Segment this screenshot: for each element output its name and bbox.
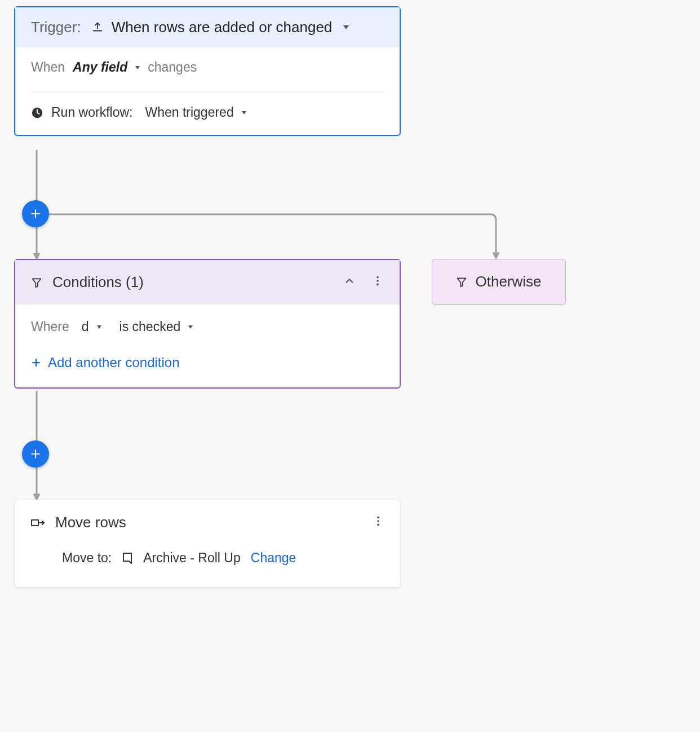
when-label: When (31, 60, 65, 75)
svg-point-23 (377, 524, 379, 526)
when-verb: changes (148, 60, 197, 75)
more-options-button[interactable] (371, 274, 384, 291)
svg-marker-12 (33, 279, 41, 287)
otherwise-card[interactable]: Otherwise (432, 259, 566, 305)
rows-changed-icon (91, 21, 104, 34)
trigger-label: Trigger: (31, 19, 81, 36)
conditions-card[interactable]: Conditions (1) Where d (14, 259, 401, 389)
where-field-selector[interactable]: d (82, 319, 101, 334)
chevron-down-icon (242, 111, 246, 114)
more-vertical-icon (371, 275, 384, 287)
add-condition-button[interactable]: Add another condition (31, 355, 384, 371)
change-destination-link[interactable]: Change (251, 550, 296, 566)
chevron-down-icon (97, 325, 101, 329)
trigger-card[interactable]: Trigger: When rows are added or changed … (14, 6, 401, 136)
where-field-value: d (82, 319, 89, 334)
filter-icon (31, 277, 42, 288)
when-field-label: Any field (73, 60, 127, 75)
move-rows-title: Move rows (55, 514, 126, 531)
otherwise-label: Otherwise (475, 273, 541, 290)
plus-icon (30, 208, 41, 219)
add-condition-label: Add another condition (48, 355, 180, 371)
chevron-up-icon (343, 275, 356, 287)
move-rows-header: Move rows (15, 500, 400, 545)
move-to-label: Move to: (62, 550, 112, 566)
when-field-selector[interactable]: Any field (73, 60, 140, 75)
svg-rect-19 (32, 520, 38, 526)
add-step-button-1[interactable] (22, 200, 49, 227)
run-workflow-selector[interactable]: When triggered (145, 105, 246, 120)
conditions-header: Conditions (1) (15, 260, 400, 305)
move-to-destination: Archive - Roll Up (143, 550, 241, 566)
svg-point-15 (376, 284, 379, 286)
svg-point-14 (376, 280, 379, 282)
sheet-icon (122, 552, 133, 565)
plus-icon (31, 358, 41, 368)
divider (31, 91, 384, 91)
run-workflow-value: When triggered (145, 105, 233, 120)
plus-icon (30, 448, 41, 460)
svg-marker-18 (458, 278, 466, 286)
conditions-title: Conditions (1) (52, 274, 144, 291)
svg-point-21 (377, 517, 379, 519)
trigger-header: Trigger: When rows are added or changed (15, 7, 400, 47)
where-operator-selector[interactable]: is checked (119, 319, 193, 334)
where-label: Where (31, 319, 69, 334)
chevron-down-icon (343, 25, 349, 29)
more-options-button[interactable] (372, 514, 384, 531)
trigger-type-label: When rows are added or changed (112, 19, 333, 36)
trigger-type-selector[interactable]: When rows are added or changed (91, 19, 349, 36)
run-workflow-label: Run workflow: (51, 105, 132, 120)
where-operator-value: is checked (119, 319, 181, 334)
more-vertical-icon (372, 515, 384, 527)
chevron-down-icon (188, 325, 193, 329)
add-step-button-2[interactable] (22, 440, 49, 468)
move-rows-card[interactable]: Move rows Move to: Archive - Roll Up Cha… (14, 500, 401, 588)
filter-icon (456, 276, 467, 288)
svg-point-13 (376, 276, 379, 279)
collapse-button[interactable] (343, 274, 356, 291)
chevron-down-icon (135, 66, 140, 69)
svg-point-22 (377, 520, 379, 522)
clock-icon (31, 107, 43, 119)
move-rows-icon (30, 517, 45, 529)
